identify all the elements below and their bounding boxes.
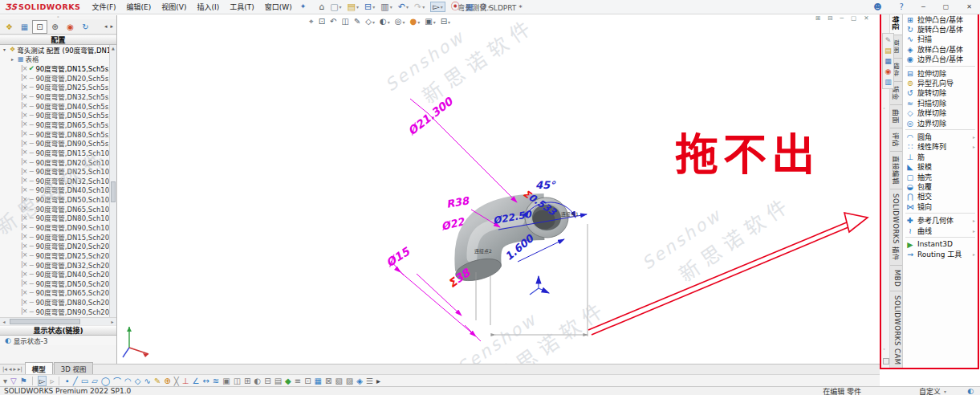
doc-close-button[interactable]: ✕ xyxy=(864,15,868,22)
dropdown-icon[interactable]: ▾ xyxy=(390,4,392,10)
dropdown-icon[interactable]: ▾ xyxy=(441,4,443,10)
panel-resize-grip[interactable] xyxy=(883,358,889,364)
doc-restore-button[interactable]: ▢ xyxy=(851,15,856,22)
command-tab-6[interactable]: 直接编辑 xyxy=(890,152,902,189)
menu-item-swept-cut[interactable]: ≈扫描切除 xyxy=(903,98,978,108)
minimize-button[interactable]: ─ xyxy=(921,4,925,10)
appearance-wheel-icon[interactable]: ◉ xyxy=(885,67,892,75)
filter-dropdown-icon[interactable]: ▾ xyxy=(3,377,7,385)
undo-icon[interactable]: ↶▾ xyxy=(398,2,409,11)
previous-view-icon[interactable]: ↶ xyxy=(330,18,336,26)
quick-snaps-icon[interactable]: ⊞ xyxy=(244,377,250,385)
print-icon[interactable]: ▥▾ xyxy=(380,2,392,11)
select-tool-icon[interactable]: ▻ xyxy=(38,376,47,386)
connection-point-2-label[interactable]: 连接点2 xyxy=(474,248,492,255)
dropdown-icon[interactable]: ▾ xyxy=(433,19,436,25)
menu-item-boundary-boss-base[interactable]: ◉边界凸台/基体 xyxy=(903,55,978,64)
angle-dimension-icon[interactable]: ∠ xyxy=(192,377,199,385)
menu-item-lofted-boss-base[interactable]: ◈放样凸台/基体 xyxy=(903,44,978,54)
scroll-up-icon[interactable]: ▲ xyxy=(110,45,116,52)
arc-tool-icon[interactable]: ⌒ xyxy=(113,375,121,387)
filter-faces-icon[interactable]: ⚑ xyxy=(20,377,27,385)
configuration-item[interactable]: |×−90度弯管,DN65,Sch20s,2 xyxy=(0,288,116,298)
menu-item-2[interactable]: 视图(V) xyxy=(161,2,186,12)
tangent-arc-tool-icon[interactable]: ◠ xyxy=(124,377,132,385)
section-view-icon[interactable]: ◫ xyxy=(341,18,348,26)
dropdown-icon[interactable]: ▾ xyxy=(340,4,342,10)
hatch-icon[interactable]: ▧ xyxy=(335,377,342,385)
command-tab-7[interactable]: SOLIDWORKS 插件 xyxy=(890,189,902,266)
tab-nav-first-icon[interactable]: |◂ xyxy=(2,366,7,373)
shading-icon[interactable]: ▨ xyxy=(346,377,353,385)
menu-item-instant3d[interactable]: ▶Instant3D xyxy=(903,239,978,249)
configuration-item[interactable]: |×−90度弯管,DN40,Sch10s,2 xyxy=(0,185,116,195)
status-customize[interactable]: 自定义▾ xyxy=(919,386,946,395)
configuration-item[interactable]: |×−90度弯管,DN40,Sch20s,2 xyxy=(0,269,116,279)
file-properties-icon[interactable]: ▦ xyxy=(466,2,474,11)
gutter-collapse-up-icon[interactable]: ˄ xyxy=(883,107,885,112)
configuration-manager-tab[interactable]: ⊡ xyxy=(32,20,47,34)
menu-item-shell[interactable]: ▢抽壳 xyxy=(903,172,978,181)
dynamic-annotation-icon[interactable]: ✎ xyxy=(354,18,360,26)
grid-display-icon[interactable]: ◫ xyxy=(234,377,241,385)
command-tab-8[interactable]: MBD xyxy=(890,266,902,291)
model-scene[interactable]: Ø22.5 xyxy=(118,15,880,364)
dimxpert-manager-tab[interactable]: ⊕ xyxy=(47,20,63,34)
markup-icon[interactable]: ✎ xyxy=(885,36,892,44)
menu-item-curves[interactable]: ≀曲线▸ xyxy=(903,226,978,235)
hide-show-items-icon[interactable]: ◎▾ xyxy=(395,18,405,26)
doc-tab-0[interactable]: 模型 xyxy=(25,362,53,374)
configuration-item[interactable]: |×−90度弯管,DN15,Sch20s,2 xyxy=(0,232,116,242)
configuration-item[interactable]: |×✔90度弯管,DN15,Sch5s,1. xyxy=(0,63,116,73)
configuration-item[interactable]: |×−90度弯管,DN20,Sch5s,1. xyxy=(0,73,116,83)
gem-display-icon[interactable]: ◈ xyxy=(356,377,363,385)
dropdown-icon[interactable]: ▾ xyxy=(388,19,390,25)
trim-entities-icon[interactable]: ╳ xyxy=(174,377,179,385)
linear-sketch-pattern-icon[interactable]: ▣ xyxy=(222,377,230,385)
tab-nav-last-icon[interactable]: ▸| xyxy=(18,366,22,373)
menu-item-1[interactable]: 编辑(E) xyxy=(127,2,152,12)
open-document-icon[interactable]: ▤▾ xyxy=(348,2,359,11)
configuration-item[interactable]: |×−90度弯管,DN65,Sch5s,2 xyxy=(0,120,116,129)
customize-dropdown-icon[interactable]: ▾ xyxy=(944,389,946,394)
menu-item-routing-tools[interactable]: →Routing 工具▸ xyxy=(903,250,978,259)
login-icon[interactable]: ☻ xyxy=(873,3,881,11)
status-globe-icon[interactable]: ◐ xyxy=(967,387,974,395)
offset-entities-icon[interactable]: ↔ xyxy=(202,377,209,385)
tab-nav-arrows[interactable]: |◂ ◂ ▸ ▸| xyxy=(0,366,25,374)
display-state-item[interactable]: ◐ 显示状态-3 xyxy=(0,336,116,345)
expand-toolbar-icon[interactable]: ▸ xyxy=(376,377,380,385)
flyout-arrow-icon[interactable]: ▸ xyxy=(973,228,975,234)
dropdown-icon[interactable]: ▾ xyxy=(417,19,420,25)
flyout-arrow-icon[interactable]: ▸ xyxy=(973,144,975,149)
configuration-item[interactable]: |×−90度弯管,DN80,Sch10s,3 xyxy=(0,214,116,223)
menu-item-boundary-cut[interactable]: ◎边界切除 xyxy=(903,118,978,128)
graphics-area[interactable]: ⌖⊡↶◫✎◇▾◐▾◎▾●▾▣▾⊟▾ Senshow 新思诺软件 Senshow … xyxy=(118,15,880,364)
flyout-arrow-icon[interactable]: ▸ xyxy=(973,251,975,257)
dropdown-icon[interactable]: ▾ xyxy=(372,4,375,10)
configuration-item[interactable]: |×−90度弯管,DN90,Sch5s,2 xyxy=(0,138,116,148)
menu-item-3[interactable]: 插入(I) xyxy=(197,2,220,12)
tabs-prev-icon[interactable]: ◂ xyxy=(104,23,108,30)
redo-icon[interactable]: ↷▾ xyxy=(414,2,425,11)
configuration-item[interactable]: |×−90度弯管,DN25,Sch5s,1. xyxy=(0,83,116,92)
add-relation-icon[interactable]: ⊥ xyxy=(182,377,189,385)
menu-item-intersect[interactable]: ⋂相交 xyxy=(903,192,978,202)
new-document-icon[interactable]: ▢▾ xyxy=(330,2,341,11)
connection-point-1-label[interactable]: 连接点1 xyxy=(561,211,579,218)
zoom-area-icon[interactable]: ⊡ xyxy=(319,18,325,26)
dim-angle[interactable]: 45° xyxy=(535,179,556,191)
rectangle-tool-icon[interactable]: ▭ xyxy=(81,377,88,385)
tabs-next-icon[interactable]: ▸ xyxy=(110,23,113,30)
command-tab-4[interactable]: 曲面 xyxy=(890,105,902,128)
configuration-item[interactable]: |×−90度弯管,DN90,Sch10s,3 xyxy=(0,222,116,232)
tab-nav-next-icon[interactable]: ▸ xyxy=(13,366,16,373)
circle-tool-icon[interactable]: ◯ xyxy=(101,377,110,385)
dropdown-icon[interactable]: ▾ xyxy=(422,4,425,10)
configuration-item[interactable]: |×−90度弯管,DN50,Sch10s,2 xyxy=(0,194,116,204)
scroll-right-icon[interactable]: ▸ xyxy=(108,319,116,324)
polygon-tool-icon[interactable]: ◇ xyxy=(135,377,141,385)
command-tab-0[interactable]: 特征 xyxy=(890,12,902,35)
configuration-item[interactable]: |×−90度弯管,DN50,Sch5s,1. xyxy=(0,110,116,120)
edit-appearance-icon[interactable]: ●▾ xyxy=(409,18,420,26)
